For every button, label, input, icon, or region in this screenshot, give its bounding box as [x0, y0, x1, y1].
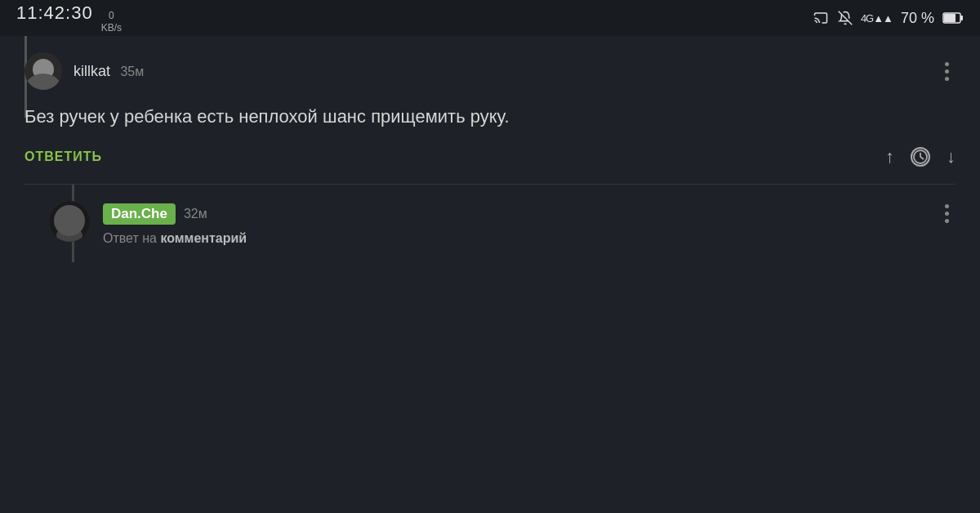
- status-right: 4G▲▲ 70 %: [812, 10, 964, 27]
- reply-username-badge[interactable]: Dan.Che: [103, 203, 176, 225]
- upvote-button[interactable]: ↑: [885, 146, 894, 167]
- reply-subtitle: Ответ на комментарий: [103, 231, 956, 246]
- cast-icon: [812, 11, 830, 25]
- svg-point-11: [64, 210, 75, 221]
- comment-username[interactable]: killkat: [74, 63, 110, 79]
- mute-icon: [838, 11, 853, 25]
- battery-icon: [942, 12, 964, 24]
- rdot2: [945, 212, 949, 216]
- svg-line-7: [920, 157, 924, 159]
- svg-rect-4: [944, 14, 956, 22]
- reply-avatar: [49, 201, 90, 242]
- reply-block: Dan.Che 32м Ответ на комментарий: [0, 185, 980, 262]
- comment-footer: ОТВЕТИТЬ ↑ ↓: [24, 146, 956, 167]
- downvote-button[interactable]: ↓: [947, 146, 956, 167]
- reply-button[interactable]: ОТВЕТИТЬ: [24, 149, 102, 164]
- clock-icon: [912, 149, 929, 165]
- dot1: [945, 62, 949, 66]
- more-options-button[interactable]: [938, 59, 956, 84]
- status-left: 11:42:30 0 KB/s: [16, 2, 122, 33]
- comment-header-left: killkat 35м: [24, 52, 144, 90]
- reply-content: Dan.Che 32м Ответ на комментарий: [103, 201, 956, 246]
- reply-time: 32м: [184, 207, 207, 221]
- status-bar: 11:42:30 0 KB/s 4G▲▲ 70 %: [0, 0, 980, 36]
- comment-text: Без ручек у ребенка есть неплохой шанс п…: [24, 103, 956, 130]
- avatar: [24, 52, 62, 90]
- svg-point-9: [61, 207, 78, 224]
- status-time: 11:42:30: [16, 2, 93, 24]
- reply-header-left: Dan.Che 32м: [103, 203, 207, 225]
- svg-rect-3: [960, 16, 963, 20]
- vote-controls: ↑ ↓: [885, 146, 956, 167]
- reply-header: Dan.Che 32м: [103, 201, 956, 226]
- dot2: [945, 69, 949, 74]
- dan-che-avatar-svg: [49, 201, 90, 242]
- comment-time: 35м: [120, 65, 144, 78]
- time-button[interactable]: [911, 147, 930, 167]
- svg-rect-8: [49, 201, 90, 242]
- comment-user-info: killkat 35м: [74, 63, 144, 80]
- status-data: 0 KB/s: [101, 10, 122, 33]
- svg-point-10: [56, 227, 82, 242]
- signal-icon: 4G▲▲: [861, 12, 893, 25]
- battery-percent: 70 %: [901, 10, 934, 27]
- rdot1: [945, 204, 949, 208]
- dot3: [945, 77, 949, 81]
- rdot3: [945, 219, 949, 223]
- comment-header: killkat 35м: [24, 52, 956, 90]
- reply-avatar-inner: [49, 201, 90, 242]
- reply-more-options-button[interactable]: [938, 201, 956, 226]
- comment-block: killkat 35м Без ручек у ребенка есть неп…: [0, 36, 980, 184]
- svg-line-1: [839, 11, 853, 25]
